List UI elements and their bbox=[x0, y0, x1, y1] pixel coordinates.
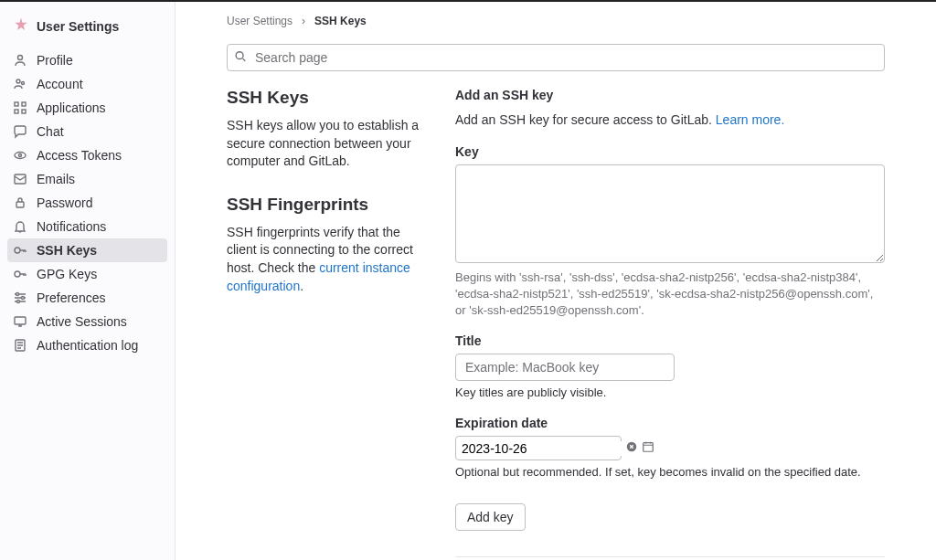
add-key-form: Add an SSH key Add an SSH key for secure… bbox=[455, 88, 885, 560]
learn-more-link[interactable]: Learn more. bbox=[716, 112, 784, 127]
svg-point-2 bbox=[22, 82, 25, 85]
email-icon bbox=[13, 172, 27, 186]
key-icon bbox=[13, 267, 27, 281]
ssh-keys-desc: SSH keys allow you to establish a secure… bbox=[227, 117, 428, 171]
title-input[interactable] bbox=[455, 354, 675, 381]
sidebar-item-label: SSH Keys bbox=[37, 243, 97, 258]
svg-point-12 bbox=[15, 271, 20, 277]
sidebar-item-active-sessions[interactable]: Active Sessions bbox=[7, 310, 167, 333]
log-icon bbox=[13, 338, 27, 353]
sidebar: User Settings Profile Account Applicatio… bbox=[0, 2, 176, 560]
svg-point-13 bbox=[16, 293, 19, 296]
svg-rect-10 bbox=[16, 202, 24, 207]
title-label: Title bbox=[455, 333, 885, 348]
expiration-input[interactable] bbox=[462, 441, 622, 456]
svg-rect-5 bbox=[15, 110, 18, 113]
key-label: Key bbox=[455, 144, 885, 159]
svg-point-15 bbox=[17, 301, 20, 303]
title-help: Key titles are publicly visible. bbox=[455, 385, 885, 401]
sidebar-item-label: Chat bbox=[37, 124, 64, 139]
chat-icon bbox=[13, 124, 27, 139]
key-textarea[interactable] bbox=[455, 164, 885, 263]
key-icon bbox=[13, 243, 27, 258]
sidebar-item-applications[interactable]: Applications bbox=[7, 96, 167, 120]
sidebar-item-chat[interactable]: Chat bbox=[7, 120, 167, 143]
sidebar-item-label: Authentication log bbox=[37, 338, 138, 353]
svg-point-11 bbox=[15, 248, 20, 253]
key-help: Begins with 'ssh-rsa', 'ssh-dss', 'ecdsa… bbox=[455, 269, 885, 320]
svg-rect-20 bbox=[644, 443, 654, 452]
fingerprints-desc: SSH fingerprints verify that the client … bbox=[227, 224, 428, 295]
sidebar-item-gpg-keys[interactable]: GPG Keys bbox=[7, 262, 167, 286]
main-content: User Settings › SSH Keys SSH Keys SSH ke… bbox=[176, 2, 936, 560]
bell-icon bbox=[13, 219, 27, 234]
svg-point-0 bbox=[18, 56, 23, 60]
sidebar-item-label: Profile bbox=[37, 53, 73, 68]
svg-rect-9 bbox=[15, 174, 26, 184]
preferences-icon bbox=[13, 291, 27, 305]
sidebar-item-ssh-keys[interactable]: SSH Keys bbox=[7, 238, 167, 262]
sidebar-item-label: Preferences bbox=[37, 291, 105, 305]
chevron-right-icon: › bbox=[302, 15, 305, 27]
add-key-heading: Add an SSH key bbox=[455, 88, 885, 102]
svg-point-14 bbox=[22, 297, 25, 300]
account-icon bbox=[13, 77, 27, 91]
svg-rect-3 bbox=[15, 102, 18, 106]
sidebar-header: User Settings bbox=[7, 13, 167, 48]
sidebar-item-label: Emails bbox=[37, 172, 75, 186]
svg-point-18 bbox=[236, 52, 243, 59]
sidebar-item-preferences[interactable]: Preferences bbox=[7, 286, 167, 310]
expiration-help: Optional but recommended. If set, key be… bbox=[455, 464, 885, 481]
applications-icon bbox=[13, 100, 27, 115]
sidebar-item-label: Access Tokens bbox=[37, 148, 122, 163]
ssh-keys-heading: SSH Keys bbox=[227, 88, 428, 108]
section-descriptions: SSH Keys SSH keys allow you to establish… bbox=[227, 88, 428, 560]
search-wrapper bbox=[227, 44, 885, 71]
sidebar-item-label: GPG Keys bbox=[37, 267, 97, 281]
sidebar-title: User Settings bbox=[37, 19, 119, 34]
add-key-intro: Add an SSH key for secure access to GitL… bbox=[455, 111, 885, 130]
svg-rect-4 bbox=[22, 102, 26, 106]
svg-rect-6 bbox=[22, 110, 26, 113]
divider bbox=[455, 556, 885, 557]
lock-icon bbox=[13, 195, 27, 210]
breadcrumb-root[interactable]: User Settings bbox=[227, 15, 292, 27]
sidebar-item-label: Account bbox=[37, 77, 83, 91]
sidebar-item-emails[interactable]: Emails bbox=[7, 167, 167, 191]
sidebar-item-label: Notifications bbox=[37, 219, 106, 234]
expiration-field[interactable] bbox=[455, 436, 622, 460]
sidebar-item-label: Active Sessions bbox=[37, 314, 127, 329]
sidebar-item-auth-log[interactable]: Authentication log bbox=[7, 333, 167, 357]
sidebar-item-label: Password bbox=[37, 195, 92, 210]
sidebar-item-notifications[interactable]: Notifications bbox=[7, 215, 167, 238]
fingerprints-heading: SSH Fingerprints bbox=[227, 195, 428, 215]
sidebar-item-access-tokens[interactable]: Access Tokens bbox=[7, 143, 167, 167]
sidebar-item-label: Applications bbox=[37, 100, 106, 115]
clear-icon[interactable] bbox=[625, 440, 638, 456]
svg-point-7 bbox=[15, 153, 26, 159]
sidebar-item-profile[interactable]: Profile bbox=[7, 48, 167, 72]
monitor-icon bbox=[13, 314, 27, 329]
svg-point-1 bbox=[16, 79, 20, 83]
search-icon bbox=[234, 50, 247, 66]
calendar-icon[interactable] bbox=[642, 440, 654, 456]
sidebar-item-account[interactable]: Account bbox=[7, 72, 167, 96]
svg-rect-16 bbox=[15, 317, 26, 324]
expiration-label: Expiration date bbox=[455, 416, 885, 430]
gitlab-logo-icon bbox=[13, 16, 29, 36]
search-input[interactable] bbox=[227, 44, 885, 71]
breadcrumb-current: SSH Keys bbox=[314, 15, 367, 27]
profile-icon bbox=[13, 53, 27, 68]
svg-point-8 bbox=[19, 154, 22, 157]
token-icon bbox=[13, 148, 27, 163]
breadcrumb: User Settings › SSH Keys bbox=[227, 15, 885, 27]
add-key-button[interactable]: Add key bbox=[455, 503, 526, 531]
sidebar-item-password[interactable]: Password bbox=[7, 191, 167, 215]
